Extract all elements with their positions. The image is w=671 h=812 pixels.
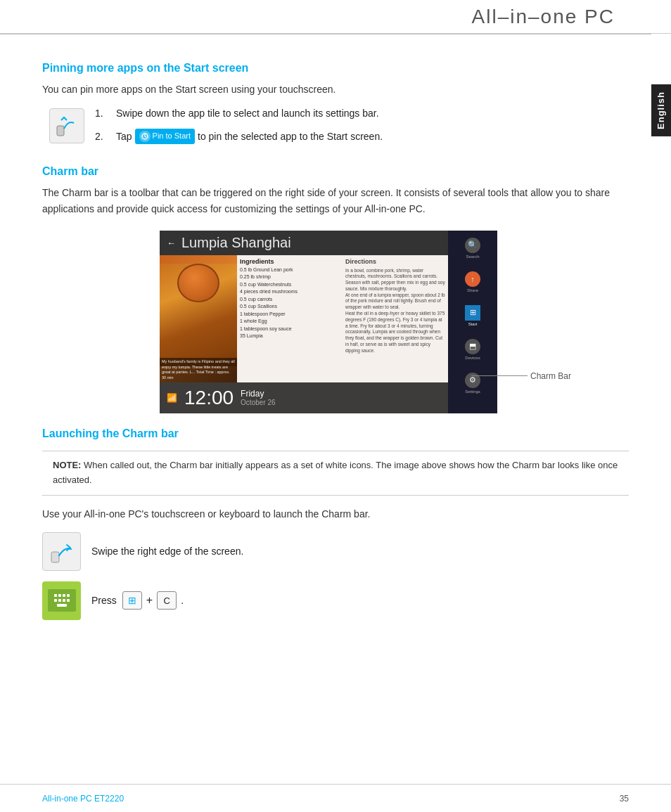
- section-charm-bar: Charm bar The Charm bar is a toolbar tha…: [42, 165, 629, 413]
- recipe-back-bar: ← Lumpia Shanghai: [160, 231, 448, 255]
- step-1: 1. Swipe down the app tile to select and…: [95, 105, 629, 121]
- wifi-icon: 📶: [167, 393, 177, 403]
- charm-share-icon: ↑: [465, 271, 480, 287]
- charm-search-item: 🔍 Search: [465, 238, 480, 259]
- ingredients-list: 0.5 lb Ground Lean pork 0.25 lb shrimp 0…: [240, 266, 340, 340]
- recipe-content: ← Lumpia Shanghai My husband': [160, 231, 448, 413]
- recipe-title: Lumpia Shanghai: [181, 235, 291, 251]
- section-pinning-intro: You can pin more apps on the Start scree…: [42, 82, 629, 97]
- key-dot: [58, 599, 61, 602]
- plus-sign: +: [146, 594, 153, 607]
- c-key-label: C: [163, 595, 170, 606]
- directions-heading: Directions: [345, 258, 445, 266]
- charm-settings-label: Settings: [465, 389, 480, 394]
- step-1-text: Swipe down the app tile to select and la…: [116, 105, 379, 121]
- key-dot: [67, 599, 70, 602]
- main-content: Pinning more apps on the Start screen Yo…: [42, 34, 629, 777]
- pin-circle-icon: [139, 131, 151, 142]
- charm-bar-intro: The Charm bar is a toolbar that can be t…: [42, 185, 629, 217]
- charm-sidebar: 🔍 Search ↑ Share ⊞ Start ⬒ Devices: [448, 231, 497, 413]
- step-2-num: 2.: [95, 129, 116, 144]
- footer-page: 35: [620, 794, 629, 804]
- page-title: All–in–one PC: [472, 6, 615, 28]
- directions-text: In a bowl, combine pork, shrimp, water c…: [345, 268, 445, 354]
- key-dot: [54, 599, 57, 602]
- key-dot: [67, 594, 70, 597]
- charm-start-item: ⊞ Start: [465, 305, 480, 326]
- key-separator: .: [181, 595, 184, 606]
- charm-image: ← Lumpia Shanghai My husband': [160, 231, 497, 413]
- language-tab: English: [651, 84, 671, 136]
- ingredients-heading: Ingredients: [240, 258, 340, 265]
- svg-rect-2: [51, 552, 59, 562]
- footer: All-in-one PC ET2220 35: [0, 784, 671, 812]
- windows-key-box: ⊞: [122, 591, 142, 610]
- clock-date-val: October 26: [241, 399, 275, 406]
- header-bar: All–in–one PC: [0, 0, 671, 34]
- charm-start-label: Start: [468, 322, 478, 326]
- charm-bar-annotation-label: Charm Bar: [530, 371, 571, 381]
- key-dot: [58, 594, 61, 597]
- charm-share-item: ↑ Share: [465, 271, 480, 292]
- key-dot: [63, 599, 65, 602]
- charm-bar-title: Charm bar: [42, 165, 629, 178]
- keyboard-icon-inner: [48, 589, 76, 612]
- charm-devices-label: Devices: [465, 356, 480, 360]
- key-row-3: [57, 604, 67, 607]
- keyboard-icon: [42, 581, 81, 620]
- key-combo-container: Press ⊞ + C .: [91, 591, 184, 610]
- recipe-body: My husband's family is Filipino and they…: [160, 255, 448, 382]
- back-arrow-icon: ←: [167, 238, 176, 248]
- clock-date: Friday October 26: [241, 389, 275, 406]
- press-label: Press: [91, 595, 117, 606]
- clock-bar: 📶 12:00 Friday October 26: [160, 382, 448, 413]
- clock-time: 12:00: [184, 387, 234, 409]
- windows-key-icon: ⊞: [128, 595, 136, 606]
- launching-title: Launching the Charm bar: [42, 427, 629, 440]
- pin-to-start-button-icon: Pin to Start: [135, 129, 195, 144]
- charm-search-label: Search: [466, 254, 479, 259]
- key-dot-wide: [57, 604, 67, 607]
- section-pinning: Pinning more apps on the Start screen Yo…: [42, 62, 629, 151]
- swipe-instruction-row: Swipe the right edge of the screen.: [42, 532, 629, 571]
- step-2: 2. Tap Pin to Start to pin the selected …: [95, 129, 629, 144]
- charm-start-icon: ⊞: [465, 305, 480, 321]
- steps-list: 1. Swipe down the app tile to select and…: [95, 105, 629, 151]
- charm-share-label: Share: [467, 288, 478, 292]
- swipe-instruction-text: Swipe the right edge of the screen.: [91, 546, 243, 557]
- key-dot: [63, 594, 65, 597]
- touch-swipe-icon: [49, 108, 84, 143]
- step-2-text: to pin the selected app to the Start scr…: [198, 129, 383, 144]
- key-row-1: [54, 594, 70, 597]
- directions-col: Directions In a bowl, combine pork, shri…: [343, 255, 448, 382]
- pin-to-start-text: Pin to Start: [153, 130, 191, 143]
- ingredients-col: Ingredients 0.5 lb Ground Lean pork 0.25…: [237, 255, 343, 382]
- svg-rect-0: [57, 126, 64, 136]
- key-dot: [54, 594, 57, 597]
- use-text: Use your All-in-one PC's touchscreen or …: [42, 506, 629, 522]
- clock-day: Friday: [241, 389, 275, 399]
- footer-model: All-in-one PC ET2220: [42, 794, 124, 804]
- charm-devices-item: ⬒ Devices: [465, 339, 480, 360]
- steps-container: 1. Swipe down the app tile to select and…: [49, 105, 629, 151]
- section-launching: Launching the Charm bar NOTE: When calle…: [42, 427, 629, 620]
- key-row-2: [54, 599, 70, 602]
- note-label: NOTE:: [53, 460, 81, 470]
- step-2-tap-label: Tap: [116, 129, 132, 144]
- charm-image-container: ← Lumpia Shanghai My husband': [160, 231, 511, 413]
- recipe-image-col: My husband's family is Filipino and they…: [160, 255, 237, 382]
- c-key-box: C: [157, 591, 177, 610]
- charm-devices-icon: ⬒: [465, 339, 480, 354]
- charm-search-icon: 🔍: [465, 238, 480, 253]
- step-1-num: 1.: [95, 105, 116, 121]
- note-text: When called out, the Charm bar initially…: [53, 460, 618, 485]
- section-pinning-title: Pinning more apps on the Start screen: [42, 62, 629, 75]
- finger-swipe-icon: [42, 532, 81, 571]
- recipe-caption: My husband's family is Filipino and they…: [160, 358, 237, 382]
- press-instruction-row: Press ⊞ + C .: [42, 581, 629, 620]
- note-box: NOTE: When called out, the Charm bar ini…: [42, 451, 629, 496]
